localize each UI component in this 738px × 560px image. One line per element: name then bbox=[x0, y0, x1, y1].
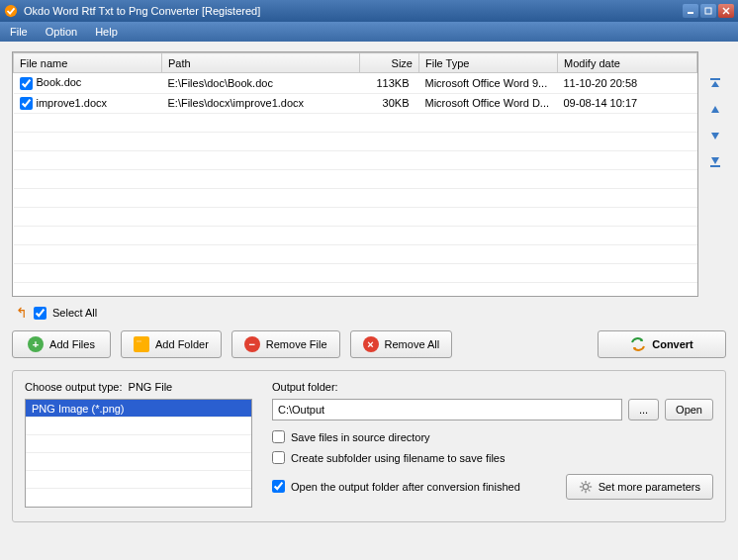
add-folder-button[interactable]: Add Folder bbox=[121, 330, 222, 358]
app-icon bbox=[4, 4, 18, 18]
minimize-button[interactable] bbox=[683, 4, 698, 18]
output-type-value: PNG File bbox=[129, 381, 173, 393]
menu-option[interactable]: Option bbox=[42, 24, 81, 40]
col-header-date[interactable]: Modify date bbox=[558, 53, 697, 73]
convert-icon bbox=[630, 336, 646, 352]
svg-rect-2 bbox=[705, 8, 711, 14]
row-checkbox[interactable] bbox=[20, 77, 33, 90]
window-title: Okdo Word Rtf Txt to Png Converter [Regi… bbox=[24, 5, 683, 17]
output-type-label: Choose output type: bbox=[25, 381, 122, 393]
convert-button[interactable]: Convert bbox=[598, 330, 726, 358]
remove-all-button[interactable]: × Remove All bbox=[350, 330, 453, 358]
col-header-name[interactable]: File name bbox=[14, 53, 162, 73]
up-level-icon[interactable]: ↰ bbox=[16, 305, 28, 321]
col-header-type[interactable]: File Type bbox=[419, 53, 558, 73]
open-folder-button[interactable]: Open bbox=[665, 399, 713, 420]
output-panel: Choose output type: PNG File PNG Image (… bbox=[12, 370, 726, 522]
output-folder-label: Output folder: bbox=[272, 381, 713, 393]
select-all-label[interactable]: Select All bbox=[52, 307, 97, 319]
browse-button[interactable]: ... bbox=[628, 399, 659, 420]
save-source-label[interactable]: Save files in source directory bbox=[291, 431, 430, 443]
more-parameters-button[interactable]: Set more parameters bbox=[566, 474, 713, 500]
file-table[interactable]: File name Path Size File Type Modify dat… bbox=[12, 51, 698, 297]
table-row[interactable]: Book.docE:\Files\doc\Book.doc113KBMicros… bbox=[14, 73, 697, 94]
svg-line-16 bbox=[581, 489, 583, 491]
remove-file-button[interactable]: − Remove File bbox=[231, 330, 340, 358]
create-subfolder-checkbox[interactable] bbox=[272, 451, 285, 464]
svg-line-15 bbox=[588, 489, 590, 491]
svg-rect-8 bbox=[137, 340, 141, 342]
row-checkbox[interactable] bbox=[20, 97, 33, 110]
open-after-label[interactable]: Open the output folder after conversion … bbox=[291, 481, 520, 493]
col-header-path[interactable]: Path bbox=[162, 53, 360, 73]
output-folder-input[interactable] bbox=[272, 399, 622, 420]
move-top-button[interactable] bbox=[706, 75, 724, 93]
gear-icon bbox=[579, 480, 593, 494]
col-header-size[interactable]: Size bbox=[360, 53, 419, 73]
menu-help[interactable]: Help bbox=[91, 24, 122, 40]
minus-icon: − bbox=[244, 336, 260, 352]
plus-icon: + bbox=[28, 336, 44, 352]
titlebar: Okdo Word Rtf Txt to Png Converter [Regi… bbox=[0, 0, 738, 22]
table-row[interactable]: improve1.docxE:\Files\docx\improve1.docx… bbox=[14, 93, 697, 114]
create-subfolder-label[interactable]: Create subfolder using filename to save … bbox=[291, 452, 505, 464]
folder-icon bbox=[134, 336, 149, 352]
save-source-checkbox[interactable] bbox=[272, 430, 285, 443]
svg-line-17 bbox=[588, 482, 590, 484]
move-down-button[interactable] bbox=[706, 127, 724, 144]
svg-point-9 bbox=[583, 484, 588, 489]
svg-line-14 bbox=[581, 482, 583, 484]
close-button[interactable] bbox=[718, 4, 734, 18]
menubar: File Option Help bbox=[0, 22, 738, 42]
move-bottom-button[interactable] bbox=[706, 152, 724, 170]
maximize-button[interactable] bbox=[700, 4, 716, 18]
remove-icon: × bbox=[363, 336, 379, 352]
output-type-list[interactable]: PNG Image (*.png) bbox=[25, 399, 252, 508]
move-up-button[interactable] bbox=[706, 101, 724, 119]
svg-point-0 bbox=[5, 5, 17, 17]
type-option-png[interactable]: PNG Image (*.png) bbox=[26, 400, 251, 418]
select-all-checkbox[interactable] bbox=[34, 307, 46, 320]
add-files-button[interactable]: + Add Files bbox=[12, 330, 111, 358]
menu-file[interactable]: File bbox=[6, 24, 32, 40]
open-after-checkbox[interactable] bbox=[272, 480, 285, 493]
